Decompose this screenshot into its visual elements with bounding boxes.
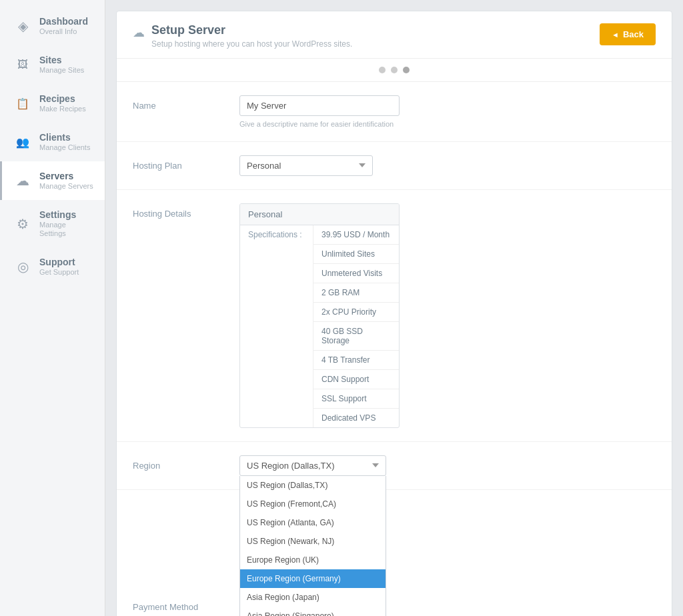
region-option-singapore[interactable]: Asia Region (Singapore) [240, 607, 386, 616]
sidebar-sub-recipes: Make Recipes [39, 105, 86, 113]
sidebar: Dashboard Overall Info Sites Manage Site… [0, 0, 105, 616]
sites-icon [13, 55, 33, 75]
specifications-label: Specifications : [240, 225, 313, 427]
hosting-details-field: Personal Specifications : 39.95 USD / Mo… [239, 203, 656, 428]
region-select[interactable]: US Region (Dallas,TX) [239, 455, 386, 476]
region-option-fremont[interactable]: US Region (Fremont,CA) [240, 495, 386, 513]
cloud-icon [133, 25, 145, 40]
region-option-germany[interactable]: Europe Region (Germany) [240, 569, 386, 588]
sidebar-sub-servers: Manage Servers [39, 182, 93, 191]
spec-list: 39.95 USD / Month Unlimited Sites Unmete… [313, 225, 399, 427]
main-content: Setup Server Setup hosting where you can… [105, 0, 683, 616]
spec-price: 39.95 USD / Month [313, 225, 399, 245]
hosting-plan-field: Personal Business Enterprise [239, 155, 656, 176]
sidebar-item-clients[interactable]: Clients Manage Clients [0, 123, 105, 161]
clients-icon [13, 132, 33, 152]
specifications-row: Specifications : 39.95 USD / Month Unlim… [240, 225, 399, 427]
page-header-left: Setup Server Setup hosting where you can… [133, 23, 352, 49]
sidebar-label-support: Support [39, 257, 79, 268]
sidebar-item-settings[interactable]: Settings Manage Settings [0, 200, 105, 247]
spec-ram: 2 GB RAM [313, 283, 399, 303]
region-option-dallas[interactable]: US Region (Dallas,TX) [240, 476, 386, 495]
settings-icon [13, 214, 33, 234]
support-icon [13, 257, 33, 277]
region-option-newark[interactable]: US Region (Newark, NJ) [240, 532, 386, 551]
progress-dot-1 [379, 67, 386, 73]
hosting-plan-row: Hosting Plan Personal Business Enterpris… [117, 142, 672, 190]
spec-storage: 40 GB SSD Storage [313, 322, 399, 351]
dashboard-icon [13, 16, 33, 36]
progress-indicator [117, 59, 672, 82]
back-arrow-icon [612, 29, 619, 39]
payment-row: Payment Method Paypal Credit Card Bitcoi… [117, 583, 672, 616]
sidebar-sub-clients: Manage Clients [39, 143, 90, 152]
recipes-icon [13, 93, 33, 113]
spec-cpu: 2x CPU Priority [313, 303, 399, 322]
hosting-plan-name: Personal [240, 204, 399, 225]
page-title-block: Setup Server Setup hosting where you can… [151, 23, 352, 49]
payment-label: Payment Method [133, 597, 239, 612]
sidebar-sub-settings: Manage Settings [39, 221, 94, 238]
hosting-details-table: Personal Specifications : 39.95 USD / Mo… [239, 203, 400, 428]
region-select-wrapper: US Region (Dallas,TX) US Region (Dallas,… [239, 455, 373, 476]
sidebar-label-dashboard: Dashboard [39, 16, 88, 27]
sidebar-sub-support: Get Support [39, 268, 79, 277]
page-header: Setup Server Setup hosting where you can… [117, 11, 672, 59]
sidebar-label-sites: Sites [39, 55, 84, 66]
region-option-japan[interactable]: Asia Region (Japan) [240, 588, 386, 607]
spec-visits: Unmetered Visits [313, 264, 399, 283]
page-title: Setup Server [151, 23, 352, 38]
sidebar-label-settings: Settings [39, 209, 94, 221]
spec-sites: Unlimited Sites [313, 245, 399, 264]
sidebar-label-servers: Servers [39, 171, 93, 182]
sidebar-label-recipes: Recipes [39, 93, 86, 105]
region-field: US Region (Dallas,TX) US Region (Dallas,… [239, 455, 656, 476]
sidebar-sub-dashboard: Overall Info [39, 27, 88, 36]
hosting-plan-label: Hosting Plan [133, 155, 239, 171]
sidebar-item-servers[interactable]: Servers Manage Servers [0, 161, 105, 200]
region-label: Region [133, 455, 239, 471]
region-row: Region US Region (Dallas,TX) US Region (… [117, 442, 672, 490]
sidebar-item-support[interactable]: Support Get Support [0, 247, 105, 286]
progress-dot-2 [391, 67, 398, 73]
spec-transfer: 4 TB Transfer [313, 351, 399, 370]
name-field: Give a descriptive name for easier ident… [239, 95, 656, 128]
name-hint: Give a descriptive name for easier ident… [239, 120, 656, 128]
region-dropdown: US Region (Dallas,TX) US Region (Fremont… [239, 476, 386, 616]
servers-icon [13, 171, 33, 191]
spec-cdn: CDN Support [313, 370, 399, 389]
name-row: Name Give a descriptive name for easier … [117, 82, 672, 142]
sidebar-item-recipes[interactable]: Recipes Make Recipes [0, 84, 105, 123]
region-option-atlanta[interactable]: US Region (Atlanta, GA) [240, 513, 386, 532]
hosting-plan-select[interactable]: Personal Business Enterprise [239, 155, 373, 176]
sidebar-label-clients: Clients [39, 132, 90, 143]
spec-vps: Dedicated VPS [313, 409, 399, 427]
setup-server-card: Setup Server Setup hosting where you can… [116, 11, 672, 616]
back-button[interactable]: Back [600, 23, 656, 45]
sidebar-item-dashboard[interactable]: Dashboard Overall Info [0, 7, 105, 45]
sidebar-sub-sites: Manage Sites [39, 66, 84, 75]
name-input[interactable] [239, 95, 400, 116]
back-button-label: Back [623, 29, 644, 39]
spec-ssl: SSL Support [313, 389, 399, 409]
page-subtitle: Setup hosting where you can host your Wo… [151, 39, 352, 49]
sidebar-item-sites[interactable]: Sites Manage Sites [0, 45, 105, 84]
name-label: Name [133, 95, 239, 111]
progress-dot-3 [403, 67, 410, 73]
region-option-uk[interactable]: Europe Region (UK) [240, 551, 386, 569]
hosting-details-label: Hosting Details [133, 203, 239, 219]
hosting-details-row: Hosting Details Personal Specifications … [117, 190, 672, 442]
